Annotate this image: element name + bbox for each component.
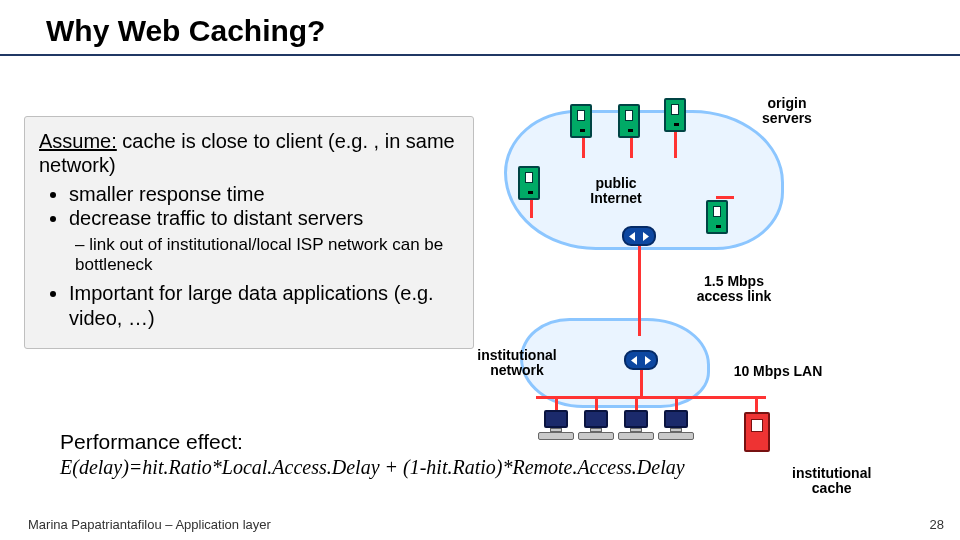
access-link-label: 1.5 Mbps access link	[684, 274, 784, 305]
link-line	[640, 368, 643, 398]
bullet-2: decrease traffic to distant servers	[69, 206, 461, 230]
lan-label: 10 Mbps LAN	[718, 364, 838, 379]
server-icon	[518, 166, 540, 200]
bullet-list: smaller response time decrease traffic t…	[69, 182, 461, 231]
footer-text: Marina Papatriantafilou – Application la…	[28, 517, 271, 532]
bullet-1: smaller response time	[69, 182, 461, 206]
page-number: 28	[930, 517, 944, 532]
link-line	[638, 236, 641, 336]
link-line	[716, 196, 734, 199]
performance-heading: Performance effect:	[60, 430, 900, 454]
server-icon	[618, 104, 640, 138]
institutional-network-label: institutional network	[464, 348, 570, 379]
bullet-3: Important for large data applications (e…	[69, 281, 461, 330]
sub-bullet-1: link out of institutional/local ISP netw…	[75, 235, 461, 276]
server-icon	[570, 104, 592, 138]
link-line	[530, 200, 533, 218]
title-area: Why Web Caching?	[0, 0, 960, 48]
router-icon	[622, 226, 656, 246]
slide-title: Why Web Caching?	[46, 14, 960, 48]
link-line	[674, 128, 677, 158]
link-line	[582, 136, 585, 158]
lan-bus	[536, 396, 766, 399]
assume-line: Assume: cache is close to client (e.g. ,…	[39, 129, 461, 178]
bullet-list-2: Important for large data applications (e…	[69, 281, 461, 330]
performance-block: Performance effect: E(delay)=hit.Ratio*L…	[60, 430, 900, 479]
performance-formula: E(delay)=hit.Ratio*Local.Access.Delay + …	[60, 456, 900, 479]
link-line	[630, 136, 633, 158]
server-icon	[664, 98, 686, 132]
public-internet-label: public Internet	[576, 176, 656, 207]
origin-servers-label: origin servers	[742, 96, 832, 127]
router-icon	[624, 350, 658, 370]
text-box: Assume: cache is close to client (e.g. ,…	[24, 116, 474, 349]
sub-bullet-list: link out of institutional/local ISP netw…	[75, 235, 461, 276]
assume-lead: Assume:	[39, 130, 117, 152]
link-line	[755, 398, 758, 412]
network-diagram: origin servers public Internet 1.5 Mbps …	[490, 96, 935, 436]
server-icon	[706, 200, 728, 234]
